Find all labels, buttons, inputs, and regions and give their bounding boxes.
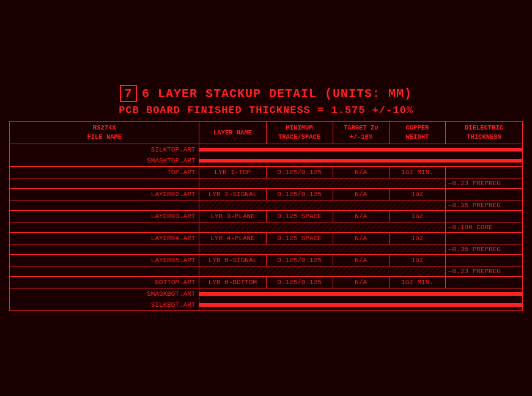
silktop-bar: [199, 148, 522, 152]
dielectric-4-label-cell: [10, 244, 199, 254]
header-col1: RS274XFILE NAME: [10, 122, 199, 144]
table-header-row: RS274XFILE NAME LAYER NAME MINIMUMTRACE/…: [10, 122, 523, 144]
layer04-copper-row: LAYER04.ART LYR 4-PLANE 0.125 SPACE N/A …: [10, 232, 523, 244]
dielectric-4-hatch: [199, 244, 446, 254]
layer04-trace: 0.125 SPACE: [266, 232, 333, 244]
top-trace: 0.125/0.125: [266, 166, 333, 178]
main-container: 7 6 LAYER STACKUP DETAIL (UNITS: MM) PCB…: [3, 79, 529, 317]
silktop-bar-cell: [199, 144, 523, 155]
layer04-dielectric: [446, 232, 523, 244]
bottom-label: BOTTOM.ART: [10, 276, 199, 288]
layer03-copper-row: LAYER03.ART LYR 3-PLANE 0.125 SPACE N/A …: [10, 210, 523, 222]
smaskbot-bar-cell: [199, 288, 523, 299]
layer03-zo: N/A: [333, 210, 389, 222]
dielectric-row-3: ←0.100 CORE: [10, 222, 523, 232]
dielectric-3-hatch: [199, 222, 446, 232]
layer04-name: LYR 4-PLANE: [199, 232, 266, 244]
dielectric-2-label-cell: [10, 200, 199, 210]
smasktop-row: SMASKTOP.ART: [10, 155, 523, 167]
layer05-label: LAYER05.ART: [10, 254, 199, 266]
smaskbot-label: SMASKBOT.ART: [10, 288, 199, 299]
layer03-copper: 1oz: [389, 210, 445, 222]
layer04-zo: N/A: [333, 232, 389, 244]
header-col2: LAYER NAME: [199, 122, 266, 144]
silkbot-bar: [199, 303, 522, 307]
layer03-dielectric: [446, 210, 523, 222]
silktop-label: SILKTOP.ART: [10, 144, 199, 155]
dielectric-4-value: ←0.35 PREPREG: [446, 244, 523, 254]
bottom-layer-name: LYR 6-BOTTOM: [199, 276, 266, 288]
title-section: 7 6 LAYER STACKUP DETAIL (UNITS: MM) PCB…: [9, 85, 523, 116]
top-art-label: TOP.ART: [10, 166, 199, 178]
layer02-label: LAYER02.ART: [10, 188, 199, 200]
step-number: 7: [120, 85, 137, 102]
layer02-dielectric: [446, 188, 523, 200]
layer05-dielectric: [446, 254, 523, 266]
layer02-copper: 1oz: [389, 188, 445, 200]
top-copper: 1oz MIN.: [389, 166, 445, 178]
top-dielectric: [446, 166, 523, 178]
bottom-dielectric: [446, 276, 523, 288]
dielectric-row-1: ←0.23 PREPREG: [10, 178, 523, 188]
top-zo: N/A: [333, 166, 389, 178]
layer02-zo: N/A: [333, 188, 389, 200]
header-col6: DIELECTRICTHICKNESS: [446, 122, 523, 144]
bottom-copper-row: BOTTOM.ART LYR 6-BOTTOM 0.125/0.125 N/A …: [10, 276, 523, 288]
bottom-trace: 0.125/0.125: [266, 276, 333, 288]
layer05-copper-row: LAYER05.ART LYR 5-SIGNAL 0.125/0.125 N/A…: [10, 254, 523, 266]
smasktop-bar: [199, 159, 522, 163]
dielectric-1-hatch: [199, 178, 446, 188]
dielectric-3-label-cell: [10, 222, 199, 232]
layer05-zo: N/A: [333, 254, 389, 266]
dielectric-row-4: ←0.35 PREPREG: [10, 244, 523, 254]
layer04-label: LAYER04.ART: [10, 232, 199, 244]
layer05-copper: 1oz: [389, 254, 445, 266]
layer03-trace: 0.125 SPACE: [266, 210, 333, 222]
top-layer-name: LYR 1-TOP: [199, 166, 266, 178]
layer02-trace: 0.125/0.125: [266, 188, 333, 200]
smaskbot-row: SMASKBOT.ART: [10, 288, 523, 299]
header-col3: MINIMUMTRACE/SPACE: [266, 122, 333, 144]
dielectric-1-label-cell: [10, 178, 199, 188]
bottom-zo: N/A: [333, 276, 389, 288]
layer03-name: LYR 3-PLANE: [199, 210, 266, 222]
header-col5: COPPERWEIGHT: [389, 122, 445, 144]
dielectric-1-value: ←0.23 PREPREG: [446, 178, 523, 188]
silkbot-label: SILKBOT.ART: [10, 299, 199, 311]
smasktop-label: SMASKTOP.ART: [10, 155, 199, 167]
dielectric-5-hatch: [199, 266, 446, 276]
dielectric-2-value: ←0.35 PREPREG: [446, 200, 523, 210]
smaskbot-bar: [199, 292, 522, 296]
layer02-name: LYR 2-SIGNAL: [199, 188, 266, 200]
dielectric-3-value: ←0.100 CORE: [446, 222, 523, 232]
header-col4: TARGET Zo+/-10%: [333, 122, 389, 144]
layer02-copper-row: LAYER02.ART LYR 2-SIGNAL 0.125/0.125 N/A…: [10, 188, 523, 200]
layer03-label: LAYER03.ART: [10, 210, 199, 222]
dielectric-row-5: ←0.23 PREPREG: [10, 266, 523, 276]
dielectric-2-hatch: [199, 200, 446, 210]
title-line2: PCB BOARD FINISHED THICKNESS = 1.575 +/-…: [9, 105, 523, 116]
layer05-trace: 0.125/0.125: [266, 254, 333, 266]
title-text: 6 LAYER STACKUP DETAIL (UNITS: MM): [142, 87, 412, 101]
title-line1: 7 6 LAYER STACKUP DETAIL (UNITS: MM): [9, 85, 523, 102]
dielectric-5-label-cell: [10, 266, 199, 276]
silkbot-bar-cell: [199, 299, 523, 311]
smasktop-bar-cell: [199, 155, 523, 167]
layer04-copper: 1oz: [389, 232, 445, 244]
bottom-copper: 1oz MIN.: [389, 276, 445, 288]
layer05-name: LYR 5-SIGNAL: [199, 254, 266, 266]
top-copper-row: TOP.ART LYR 1-TOP 0.125/0.125 N/A 1oz MI…: [10, 166, 523, 178]
dielectric-5-value: ←0.23 PREPREG: [446, 266, 523, 276]
silktop-row: SILKTOP.ART: [10, 144, 523, 155]
dielectric-row-2: ←0.35 PREPREG: [10, 200, 523, 210]
silkbot-row: SILKBOT.ART: [10, 299, 523, 311]
